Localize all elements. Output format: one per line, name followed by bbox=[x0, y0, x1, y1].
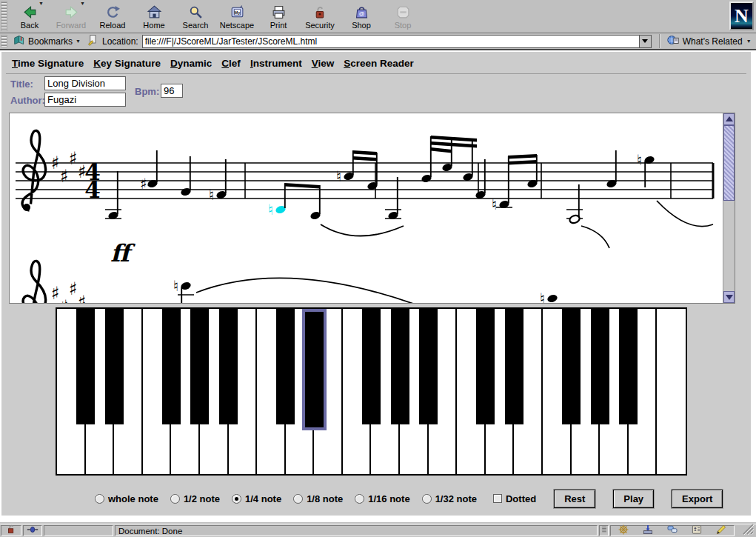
black-key-8[interactable] bbox=[276, 309, 295, 424]
note[interactable] bbox=[421, 136, 432, 184]
note[interactable] bbox=[310, 185, 321, 221]
note[interactable]: ♮ bbox=[637, 151, 655, 188]
black-key-12[interactable] bbox=[391, 309, 409, 424]
security-button[interactable]: Security bbox=[299, 0, 341, 33]
note[interactable]: ♮ bbox=[173, 277, 194, 304]
music-score[interactable]: ♯♯♯♯44♯♮♮♮♮♮ff♯♯♯♯♮♮ bbox=[10, 113, 723, 303]
play-button[interactable]: Play bbox=[613, 490, 654, 508]
plug-icon bbox=[27, 524, 39, 536]
black-key-15[interactable] bbox=[476, 309, 495, 424]
author-input[interactable] bbox=[44, 93, 126, 107]
black-key-13[interactable] bbox=[419, 309, 438, 424]
menu-clef[interactable]: Clef bbox=[221, 58, 241, 69]
note[interactable]: ♮ bbox=[540, 290, 558, 304]
note[interactable] bbox=[606, 150, 618, 189]
checkbox-icon[interactable] bbox=[493, 494, 502, 503]
note[interactable]: ♮ bbox=[492, 156, 512, 213]
chat-icon bbox=[666, 524, 678, 536]
netscape-logo[interactable]: N bbox=[729, 1, 754, 30]
menu-dynamic[interactable]: Dynamic bbox=[170, 58, 212, 69]
menu-key-signature[interactable]: Key Signature bbox=[93, 58, 161, 69]
black-key-5[interactable] bbox=[190, 309, 209, 424]
scrollbar-thumb[interactable] bbox=[723, 125, 735, 201]
stop-icon bbox=[395, 4, 411, 20]
menu-view[interactable]: View bbox=[312, 58, 335, 69]
radio-button-icon[interactable] bbox=[293, 494, 303, 504]
addressbook-button[interactable] bbox=[691, 524, 703, 537]
toolbar-grippy[interactable] bbox=[1, 1, 7, 31]
radio-button-icon[interactable] bbox=[355, 494, 364, 504]
title-input[interactable] bbox=[44, 76, 126, 90]
navigator-wheel-button[interactable] bbox=[618, 524, 629, 537]
note[interactable] bbox=[475, 159, 486, 200]
back-button[interactable]: ▼Back bbox=[9, 0, 50, 33]
white-key-21[interactable] bbox=[657, 309, 686, 474]
note[interactable] bbox=[105, 171, 121, 221]
radio-1-32-note[interactable]: 1/32 note bbox=[422, 493, 477, 504]
title-label: Title: bbox=[10, 79, 33, 90]
composer-button[interactable] bbox=[715, 524, 727, 537]
radio-button-icon[interactable] bbox=[232, 494, 241, 504]
export-button[interactable]: Export bbox=[672, 490, 723, 508]
black-key-2[interactable] bbox=[105, 309, 124, 424]
black-key-18[interactable] bbox=[562, 309, 581, 424]
radio-button-icon[interactable] bbox=[95, 494, 104, 504]
black-key-4[interactable] bbox=[162, 309, 181, 424]
black-key-1[interactable] bbox=[76, 309, 95, 424]
time-signature-digit: 4 bbox=[84, 176, 101, 203]
resize-grip[interactable] bbox=[736, 525, 755, 536]
component-bar-handle[interactable] bbox=[599, 525, 609, 536]
location-dropdown-button[interactable] bbox=[639, 36, 651, 47]
menu-instrument[interactable]: Instrument bbox=[250, 58, 302, 69]
chevron-down-icon: ▼ bbox=[76, 39, 81, 44]
linkbar-grippy[interactable] bbox=[1, 35, 7, 47]
dotted-checkbox[interactable]: Dotted bbox=[493, 493, 536, 504]
radio-label: 1/32 note bbox=[435, 493, 477, 504]
black-key-19[interactable] bbox=[591, 309, 609, 424]
selected-note[interactable]: ♮ bbox=[268, 184, 287, 219]
chat-button[interactable] bbox=[666, 524, 678, 537]
radio-1-16-note[interactable]: 1/16 note bbox=[355, 493, 409, 504]
bookmarks-menu[interactable]: Bookmarks ▼ bbox=[9, 34, 87, 49]
scroll-up-button[interactable] bbox=[723, 113, 735, 125]
search-icon bbox=[188, 4, 204, 20]
page-proxy-icon[interactable] bbox=[87, 34, 98, 48]
menu-screen-reader[interactable]: Screen Reader bbox=[344, 58, 414, 69]
radio-1-2-note[interactable]: 1/2 note bbox=[170, 493, 220, 504]
piano-keyboard bbox=[56, 307, 687, 476]
chevron-down-icon: ▼ bbox=[39, 1, 44, 6]
search-button[interactable]: Search bbox=[175, 0, 216, 33]
reload-button[interactable]: Reload bbox=[92, 0, 133, 33]
score-panel[interactable]: ♯♯♯♯44♯♮♮♮♮♮ff♯♯♯♯♮♮ bbox=[9, 113, 735, 304]
security-status-button[interactable] bbox=[1, 525, 21, 536]
black-key-11[interactable] bbox=[362, 309, 381, 424]
black-key-6[interactable] bbox=[219, 309, 238, 424]
black-key-16[interactable] bbox=[505, 309, 523, 424]
online-status-indicator[interactable] bbox=[23, 525, 42, 536]
radio-button-icon[interactable] bbox=[170, 494, 180, 504]
note[interactable]: ♮ bbox=[336, 151, 355, 185]
main-toolbar: ▼Back▼ForwardReloadHomeSearchMyNetscapeP… bbox=[0, 0, 756, 33]
black-key-highlighted[interactable] bbox=[302, 309, 327, 430]
print-button[interactable]: Print bbox=[258, 0, 299, 33]
inbox-button[interactable] bbox=[642, 524, 654, 537]
bpm-input[interactable] bbox=[161, 84, 183, 98]
note[interactable] bbox=[566, 184, 583, 224]
black-key-20[interactable] bbox=[619, 309, 638, 424]
scroll-down-button[interactable] bbox=[723, 291, 735, 303]
radio-button-icon[interactable] bbox=[422, 494, 432, 504]
netscape-button[interactable]: MyNetscape bbox=[216, 0, 258, 33]
beam bbox=[352, 150, 377, 156]
menu-time-signature[interactable]: Time Signature bbox=[12, 58, 84, 69]
location-input[interactable] bbox=[143, 36, 639, 47]
shop-button[interactable]: @Shop bbox=[341, 0, 382, 33]
home-button[interactable]: Home bbox=[133, 0, 175, 33]
whats-related-button[interactable]: What's Related ▼ bbox=[659, 34, 752, 48]
radio-whole-note[interactable]: whole note bbox=[95, 493, 158, 504]
radio-1-8-note[interactable]: 1/8 note bbox=[293, 493, 343, 504]
rest-button[interactable]: Rest bbox=[554, 490, 595, 508]
toolbar-button-label: Print bbox=[270, 21, 287, 30]
bookmarks-icon bbox=[13, 34, 26, 47]
radio-1-4-note[interactable]: 1/4 note bbox=[232, 493, 281, 504]
slur bbox=[657, 201, 713, 227]
